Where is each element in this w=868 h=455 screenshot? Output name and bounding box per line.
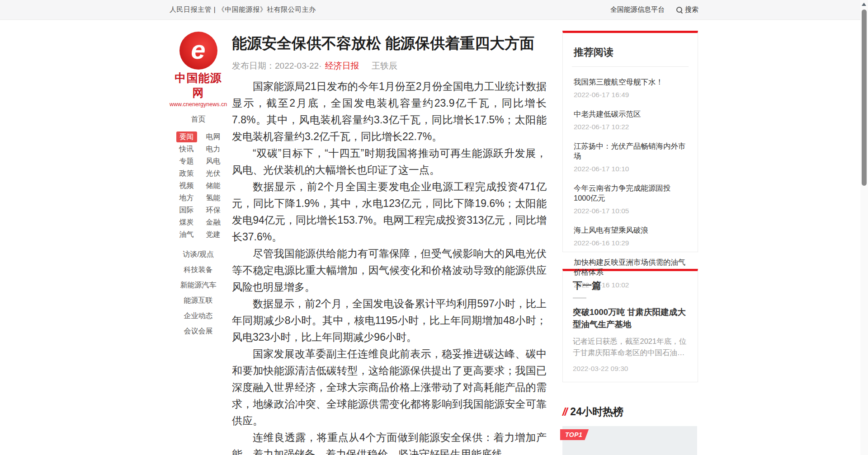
nav-item-快讯[interactable]: 快讯 bbox=[176, 143, 197, 155]
divider bbox=[572, 66, 689, 67]
site-logo[interactable]: e 中国能源网 www.cnenergynews.cn bbox=[170, 32, 227, 108]
article-author: 王轶辰 bbox=[372, 61, 397, 70]
nav-singles: 访谈/观点科技装备新能源汽车能源互联企业动态会议会展 bbox=[170, 247, 227, 339]
scrollbar-up-arrow-icon[interactable] bbox=[862, 3, 866, 6]
article-paragraph: 数据显示，前2个月全国主要发电企业电源工程完成投资471亿元，同比下降1.9%，… bbox=[232, 178, 547, 245]
nav-item-能源互联[interactable]: 能源互联 bbox=[170, 293, 227, 308]
nav-item-国际[interactable]: 国际 bbox=[176, 204, 197, 216]
topbar-right: 全国能源信息平台 搜索 bbox=[610, 5, 698, 14]
nav-item-风电[interactable]: 风电 bbox=[206, 155, 221, 167]
article-source[interactable]: 经济日报 bbox=[325, 61, 359, 70]
nav-item-油气[interactable]: 油气 bbox=[176, 228, 197, 240]
article-body: 国家能源局21日发布的今年1月份至2月份全国电力工业统计数据显示，截至2月底，全… bbox=[232, 78, 547, 455]
article-meta: 发布日期：2022-03-22· 经济日报 王轶辰 bbox=[232, 60, 547, 72]
nav-item-home[interactable]: 首页 bbox=[170, 115, 227, 124]
nav-item-要闻[interactable]: 要闻 bbox=[176, 131, 197, 142]
recommended-item-time: 2022-06-17 10:22 bbox=[574, 123, 687, 131]
recommended-item-time: 2022-06-17 10:05 bbox=[574, 207, 687, 215]
nav-item-光伏[interactable]: 光伏 bbox=[206, 167, 221, 179]
nav-item-访谈/观点[interactable]: 访谈/观点 bbox=[170, 247, 227, 262]
next-article-title[interactable]: 突破1000万吨 甘肃庆阳建成大型油气生产基地 bbox=[573, 306, 688, 330]
topbar: 人民日报主管 | 《中国能源报》社有限公司主办 全国能源信息平台 搜索 bbox=[0, 0, 868, 20]
recommended-item[interactable]: 海上风电有望乘风破浪2022-06-16 10:29 bbox=[574, 225, 687, 247]
nav-item-地方[interactable]: 地方 bbox=[176, 192, 197, 204]
publish-date: 发布日期：2022-03-22· bbox=[232, 61, 322, 70]
search-button[interactable]: 搜索 bbox=[676, 5, 698, 14]
next-article-time: 2022-03-22 09:30 bbox=[573, 365, 688, 373]
logo-url: www.cnenergynews.cn bbox=[170, 101, 227, 108]
hot-list-title: 24小时热榜 bbox=[570, 405, 623, 419]
next-article-box: 下一篇 突破1000万吨 甘肃庆阳建成大型油气生产基地 记者近日获悉，截至202… bbox=[562, 269, 698, 382]
nav-item-科技装备[interactable]: 科技装备 bbox=[170, 262, 227, 277]
article-paragraph: 尽管我国能源供给能力有可靠保障，但受气候影响大的风电光伏等不稳定电源比重大幅增加… bbox=[232, 245, 547, 296]
search-icon bbox=[676, 7, 682, 13]
divider bbox=[573, 297, 586, 299]
recommended-item-title[interactable]: 江苏扬中：光伏产品畅销海内外市场 bbox=[574, 141, 687, 161]
nav-item-视频[interactable]: 视频 bbox=[176, 179, 197, 192]
recommended-item-time: 2022-06-17 16:49 bbox=[574, 91, 687, 99]
recommended-item[interactable]: 中老共建低碳示范区2022-06-17 10:22 bbox=[574, 109, 687, 131]
recommended-title: 推荐阅读 bbox=[574, 42, 687, 66]
topbar-inner: 人民日报主管 | 《中国能源报》社有限公司主办 全国能源信息平台 搜索 bbox=[170, 0, 698, 19]
top1-badge: TOP1 bbox=[560, 429, 589, 440]
recommended-item-time: 2022-06-16 10:29 bbox=[574, 239, 687, 247]
recommended-box: 推荐阅读 我国第三艘航空母舰下水！2022-06-17 16:49中老共建低碳示… bbox=[562, 31, 698, 252]
nav-item-电网[interactable]: 电网 bbox=[206, 131, 221, 143]
nav-item-党建[interactable]: 党建 bbox=[206, 228, 221, 240]
recommended-item-title[interactable]: 海上风电有望乘风破浪 bbox=[574, 225, 687, 235]
nav-item-煤炭[interactable]: 煤炭 bbox=[176, 216, 197, 228]
article-paragraph: 连维良透露，将重点从4个方面做到能源安全保供：着力增加产能、着力加强储备、着力保… bbox=[232, 429, 547, 455]
recommended-item-title[interactable]: 我国第三艘航空母舰下水！ bbox=[574, 77, 687, 87]
sponsor-text: 人民日报主管 | 《中国能源报》社有限公司主办 bbox=[170, 5, 316, 14]
sidebar-nav: 首页 要闻电网快讯电力专题风电政策光伏视频储能地方氢能国际环保煤炭金融油气党建 … bbox=[170, 115, 227, 339]
nav-item-金融[interactable]: 金融 bbox=[206, 216, 221, 228]
page: 人民日报主管 | 《中国能源报》社有限公司主办 全国能源信息平台 搜索 e 中国… bbox=[0, 0, 868, 455]
article-paragraph: 国家能源局21日发布的今年1月份至2月份全国电力工业统计数据显示，截至2月底，全… bbox=[232, 78, 547, 145]
article-paragraph: 国家发展改革委副主任连维良此前表示，稳妥推进碳达峰、碳中和要加快能源清洁低碳转型… bbox=[232, 346, 547, 429]
nav-item-政策[interactable]: 政策 bbox=[176, 167, 197, 179]
nav-item-环保[interactable]: 环保 bbox=[206, 204, 221, 216]
national-energy-platform-link[interactable]: 全国能源信息平台 bbox=[610, 5, 665, 14]
article-column: 能源安全保供不容放松 能源保供着重四大方面 发布日期：2022-03-22· 经… bbox=[232, 20, 547, 455]
recommended-list: 我国第三艘航空母舰下水！2022-06-17 16:49中老共建低碳示范区202… bbox=[574, 77, 687, 289]
logo-e-icon: e bbox=[179, 32, 217, 70]
nav-item-储能[interactable]: 储能 bbox=[206, 179, 221, 192]
recommended-item[interactable]: 我国第三艘航空母舰下水！2022-06-17 16:49 bbox=[574, 77, 687, 99]
nav-item-企业动态[interactable]: 企业动态 bbox=[170, 308, 227, 324]
recommended-item[interactable]: 今年云南省力争完成能源固投1000亿元2022-06-17 10:05 bbox=[574, 183, 687, 215]
left-column: e 中国能源网 www.cnenergynews.cn 首页 要闻电网快讯电力专… bbox=[170, 31, 227, 339]
scrollbar-thumb[interactable] bbox=[862, 9, 867, 186]
next-article-summary: 记者近日获悉，截至2021年底，位于甘肃庆阳革命老区的中国石油天然气股份有限公司… bbox=[573, 336, 688, 358]
scrollbar bbox=[860, 0, 868, 455]
article-paragraph: 数据显示，前2个月，全国发电设备累计平均利用597小时，比上年同期减少8小时。其… bbox=[232, 296, 547, 346]
article-paragraph: “双碳”目标下，“十四五”时期我国将推动可再生能源跃升发展，风电、光伏装机的大幅… bbox=[232, 145, 547, 178]
recommended-item-title[interactable]: 今年云南省力争完成能源固投1000亿元 bbox=[574, 183, 687, 203]
nav-item-新能源汽车[interactable]: 新能源汽车 bbox=[170, 277, 227, 293]
recommended-item-title[interactable]: 中老共建低碳示范区 bbox=[574, 109, 687, 119]
next-article-header: 下一篇 bbox=[573, 279, 688, 292]
hot-list-header: // 24小时热榜 bbox=[562, 405, 698, 419]
nav-grid: 要闻电网快讯电力专题风电政策光伏视频储能地方氢能国际环保煤炭金融油气党建 bbox=[170, 131, 227, 240]
search-label: 搜索 bbox=[685, 5, 698, 14]
nav-item-电力[interactable]: 电力 bbox=[206, 143, 221, 155]
slashes-icon: // bbox=[562, 406, 566, 418]
nav-item-专题[interactable]: 专题 bbox=[176, 155, 197, 167]
right-sidebar: 推荐阅读 我国第三艘航空母舰下水！2022-06-17 16:49中老共建低碳示… bbox=[562, 31, 698, 455]
article-title: 能源安全保供不容放松 能源保供着重四大方面 bbox=[232, 33, 547, 53]
nav-item-氢能[interactable]: 氢能 bbox=[206, 192, 221, 204]
logo-name: 中国能源网 bbox=[170, 70, 227, 100]
recommended-item-time: 2022-06-17 10:10 bbox=[574, 165, 687, 173]
hot-top1-thumbnail[interactable]: TOP1 bbox=[562, 426, 697, 455]
recommended-item[interactable]: 江苏扬中：光伏产品畅销海内外市场2022-06-17 10:10 bbox=[574, 141, 687, 173]
nav-item-会议会展[interactable]: 会议会展 bbox=[170, 324, 227, 339]
